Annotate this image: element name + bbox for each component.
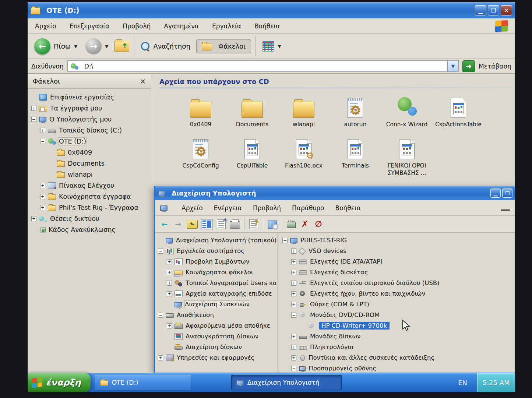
close-icon[interactable]: ✕ [140, 77, 146, 85]
minimize-button[interactable]: ▁ [475, 5, 486, 15]
expand-icon[interactable] [291, 334, 296, 339]
disable-device-button[interactable]: ∅ [313, 219, 324, 229]
child-minimize-icon[interactable] [501, 205, 510, 211]
tree-item-performance-logs[interactable]: Αρχεία καταγραφής επιδόσε [156, 288, 278, 299]
help-button[interactable] [249, 219, 259, 229]
tree-item-storage[interactable]: Αποθήκευση [156, 310, 278, 320]
tree-item-services-applications[interactable]: Υπηρεσίες και εφαρμογές [156, 352, 278, 363]
menu-favorites[interactable]: Αγαπημένα [164, 22, 199, 30]
restore-button[interactable]: ❐ [488, 5, 499, 15]
menu-file[interactable]: Αρχείο [35, 22, 56, 30]
expand-icon[interactable] [291, 355, 296, 360]
print-button[interactable] [230, 219, 240, 229]
tree-item-local-disk-c[interactable]: Τοπικός δίσκος (C:) [30, 125, 151, 136]
back-button[interactable]: ← [159, 219, 170, 229]
show-console-tree-button[interactable] [201, 219, 213, 229]
tree-item-mice[interactable]: Ποντίκια και άλλες συσκευές κατάδειξης [281, 352, 515, 363]
tree-item-hp-cd-writer[interactable]: HP CD-Writer+ 9700k [281, 320, 515, 331]
system-menu-icon[interactable] [160, 205, 168, 211]
expand-icon[interactable] [40, 183, 45, 188]
up-level-button[interactable]: ⬑ [187, 220, 198, 229]
tree-item-ide-controllers[interactable]: Ελεγκτές IDE ATA/ATAPI [281, 256, 515, 267]
language-indicator[interactable]: EN [448, 379, 477, 387]
expand-icon[interactable] [167, 259, 172, 264]
tree-item-recycle-bin[interactable]: Κάδος Ανακύκλωσης [30, 224, 151, 235]
expand-icon[interactable] [31, 216, 36, 221]
tree-item-ports[interactable]: Θύρες (COM & LPT) [281, 299, 515, 310]
expand-icon[interactable] [40, 194, 45, 199]
expand-icon[interactable] [158, 355, 163, 360]
expand-icon[interactable] [291, 291, 296, 296]
expand-icon[interactable] [167, 291, 172, 296]
collapse-icon[interactable] [282, 238, 288, 243]
minimize-button[interactable]: ▁ [490, 189, 501, 198]
menu-action[interactable]: Ενέργεια [214, 204, 242, 212]
menu-help[interactable]: Βοήθεια [335, 204, 361, 212]
tree-item-disk-management[interactable]: Διαχείριση δίσκων [156, 342, 278, 352]
expand-icon[interactable] [31, 106, 36, 111]
expand-icon[interactable] [40, 205, 45, 210]
tree-item-device-manager[interactable]: Διαχείριση Συσκευών [156, 299, 278, 310]
menu-help[interactable]: Βοήθεια [254, 22, 280, 30]
file-item[interactable]: 0x0409 [176, 96, 226, 128]
go-button[interactable]: ➜ [462, 60, 475, 72]
file-item[interactable]: CspUITable [227, 138, 277, 177]
tree-item-phils-test-rig[interactable]: PHILS-TEST-RIG [281, 235, 515, 246]
tree-item-disk-drives[interactable]: Μονάδες δίσκων [281, 331, 515, 342]
tree-item-system-tools[interactable]: Εργαλεία συστήματος [156, 246, 278, 256]
expand-icon[interactable] [40, 128, 45, 133]
back-dropdown-icon[interactable]: ▼ [74, 44, 77, 49]
expand-icon[interactable] [291, 259, 296, 264]
tree-item-documents[interactable]: Documents [30, 158, 151, 169]
tree-item-sound-controllers[interactable]: Ελεγκτές ήχου, βίντεο και παιχνιδιών [281, 288, 515, 299]
expand-icon[interactable] [291, 270, 296, 275]
tree-item-removable-storage[interactable]: Αφαιρούμενα μέσα αποθήκε [156, 320, 278, 331]
tree-item-wlanapi[interactable]: wlanapi [30, 169, 151, 180]
system-clock[interactable]: 5:25 AM [477, 373, 515, 392]
file-item[interactable]: Terminals [330, 138, 380, 177]
menu-file[interactable]: Αρχείο [182, 204, 203, 212]
back-button[interactable]: ← Πίσω ▼ [32, 36, 80, 57]
address-dropdown-button[interactable]: ▼ [447, 61, 458, 71]
forward-button[interactable]: → ▼ [83, 36, 110, 57]
tree-item-keyboards[interactable]: Πληκτρολόγια [281, 342, 515, 352]
tree-item-network-places[interactable]: Θέσεις δικτύου [30, 213, 151, 224]
tree-item-vso-devices[interactable]: VSO devices [281, 246, 515, 256]
file-item[interactable]: CspActionsTable [433, 96, 483, 128]
menu-tools[interactable]: Εργαλεία [212, 22, 241, 30]
tree-item-desktop[interactable]: Επιφάνεια εργασίας [30, 92, 151, 103]
collapse-icon[interactable] [40, 139, 45, 144]
menu-view[interactable]: Προβολή [123, 22, 151, 30]
file-item[interactable]: CspCdConfig [176, 138, 226, 177]
close-button[interactable]: ✕ [501, 5, 512, 15]
expand-icon[interactable] [291, 345, 296, 350]
collapse-icon[interactable] [291, 366, 296, 371]
tree-item-0x0409[interactable]: 0x0409 [30, 147, 151, 158]
explorer-titlebar[interactable]: OTE (D:) ▁ ❐ ✕ [28, 2, 515, 18]
tree-item-shared-documents[interactable]: Κοινόχρηστα έγγραφα [30, 191, 151, 202]
tree-item-floppy-controllers[interactable]: Ελεγκτές δισκέτας [281, 267, 515, 278]
update-driver-button[interactable] [286, 219, 296, 229]
expand-icon[interactable] [291, 281, 296, 286]
expand-icon[interactable] [167, 270, 172, 275]
forward-button[interactable]: → [173, 219, 183, 229]
file-item[interactable]: wlanapi [279, 96, 329, 128]
menu-view[interactable]: Προβολή [253, 204, 281, 212]
uninstall-device-button[interactable]: ✗ [300, 219, 310, 229]
views-button[interactable]: ▼ [260, 39, 283, 54]
file-item[interactable]: Documents [227, 96, 277, 128]
start-button[interactable]: έναρξη [28, 373, 91, 392]
properties-button[interactable] [216, 219, 226, 229]
scan-hardware-button[interactable] [267, 219, 278, 229]
file-item[interactable]: ΓΕΝΙΚΟΙ ΟΡΟΙ ΣΥΜΒΑΣΗΣ ... [382, 138, 432, 177]
views-dropdown-icon[interactable]: ▼ [278, 44, 281, 49]
expand-icon[interactable] [291, 249, 296, 254]
search-button[interactable]: Αναζήτηση [138, 39, 193, 54]
tree-item-phils-documents[interactable]: Phil's Test Rig - Έγγραφα [30, 202, 151, 213]
collapse-icon[interactable] [31, 117, 36, 122]
tree-item-display-adapters[interactable]: Προσαρμογείς οθόνης [281, 363, 515, 373]
taskbar-button-ote[interactable]: OTE (D:) [95, 375, 191, 390]
collapse-icon[interactable] [158, 313, 163, 318]
collapse-icon[interactable] [158, 249, 163, 254]
tree-item-event-viewer[interactable]: Προβολή Συμβάντων [156, 256, 278, 267]
